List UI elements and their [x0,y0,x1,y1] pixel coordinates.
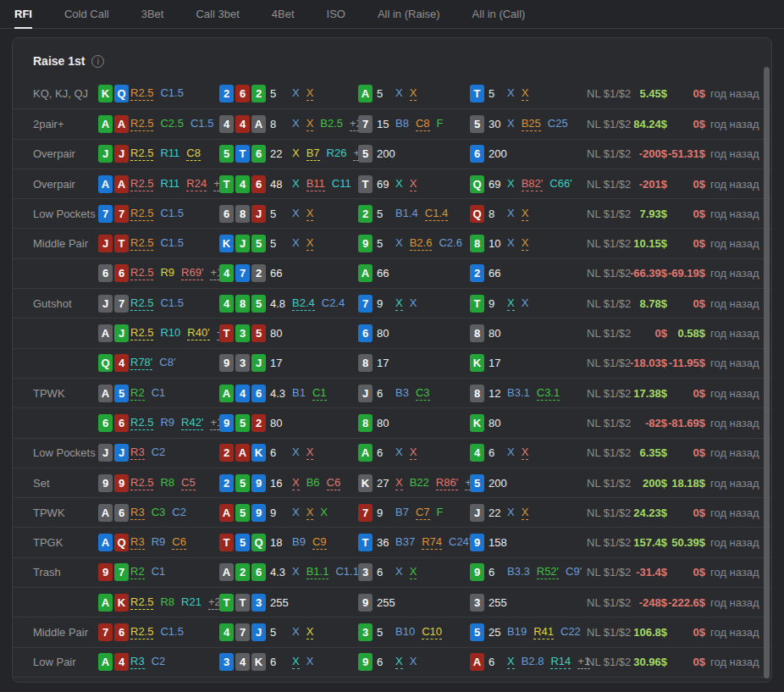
result-primary: 7.93$ [639,208,667,220]
hand-row[interactable]: 66R2.5R9R42'+195280880K80NL $1/$2-82$-81… [13,407,771,437]
card: 2 [251,414,266,432]
hand-label: Overpair [33,147,98,160]
card: 7 [114,295,129,313]
flop-cards: 93J [219,354,270,372]
river-pot: 5 [489,87,507,100]
river-pot: 17 [489,357,507,369]
turn-actions: XB22R86'+1 [395,476,470,490]
hand-row[interactable]: 66R2.5R9R69'+147266A66266NL $1/$2-66.39$… [13,258,771,288]
action: X [395,86,403,99]
preflop-actions: R2.5R9R42'+1 [130,416,219,430]
tab-cold-call[interactable]: Cold Call [64,0,109,28]
hand-row[interactable]: Middle PairJTR2.5C1.5KJ55XX95XB2.6C2.681… [13,228,771,257]
hand-row[interactable]: TPWKA5R2C1A464.3B1C1J6B3C3812B3.1C3.1NL … [13,378,771,407]
action: B2.5 [320,117,343,130]
card: A [114,175,129,193]
hand-row[interactable]: OverpairAAR2.5R11R24+1T4648XB11C11T69XXQ… [13,169,771,198]
turn-card: K [358,474,377,492]
card: J [251,205,266,223]
preflop-actions: R2.5C1.5 [130,296,219,311]
river-card: T [470,295,489,313]
card: T [235,145,250,163]
card: K [98,85,113,102]
turn-pot: 255 [377,596,395,609]
hand-row[interactable]: Low PairA4R3C234K6XX96XXA6XB2.8R14+1NL $… [13,647,771,677]
hand-row[interactable]: AKR2.5R8R21+2TT325592553255NL $1/$2-248$… [13,587,771,617]
result-primary: 10.15$ [633,237,667,250]
card: 6 [251,175,266,193]
result-primary: 8.78$ [639,297,667,310]
flop-actions: XX [292,207,358,221]
result-primary: 6.35$ [639,446,667,459]
hand-row[interactable]: OverpairJJR2.5R11C85T622XB7R26+252006200… [13,139,771,169]
action: R2.5 [130,177,153,191]
hand-row[interactable]: Low Pockets77R2.5C1.568J5XX25B1.4C1.4Q8X… [13,198,771,228]
hand-row[interactable]: TPWKA6R3C3C2A599XXX79B7C7FJ22XXNL $1/$22… [13,497,771,527]
hand-row[interactable] [13,677,771,683]
hand-row[interactable]: Set99R2.5R8C525916XB6C6K27XB22R86'+15200… [13,468,771,497]
hand-row[interactable]: Low PocketsJJR3C22AK6XXA6XX46XXNL $1/$26… [13,438,771,468]
card: Q [470,175,484,193]
result-primary: 17.38$ [633,387,667,400]
action: B22 [410,476,429,489]
flop-cards: 485 [219,295,270,313]
flop-pot: 4.3 [270,387,292,400]
card: 5 [114,385,129,402]
hand-label: TPGK [33,536,98,549]
tab-rfi[interactable]: RFI [14,0,32,28]
hand-row[interactable]: GutshotJ7R2.5C1.54854.8B2.4C2.479XXT9XXN… [13,288,771,318]
action: R2.5 [130,147,153,161]
preflop-actions: R3C3C2 [130,506,219,520]
result-primary: -31.4$ [636,566,667,579]
card: A [98,594,113,612]
card: 4 [219,623,234,641]
scrollbar-thumb[interactable] [764,67,770,678]
card: 6 [98,264,113,282]
info-icon[interactable]: i [91,55,104,68]
flop-actions: XXX [292,506,358,520]
tab-4bet[interactable]: 4Bet [272,0,295,28]
result-primary: 5.45$ [639,87,667,100]
turn-pot: 66 [377,267,395,280]
result-primary: -200$ [639,147,667,160]
result-secondary: 0$ [693,387,705,400]
action: X [306,506,314,520]
tab-3bet[interactable]: 3Bet [141,0,164,28]
action: B8 [395,117,409,130]
flop-cards: 68J [219,205,270,223]
card: 2 [219,444,234,462]
action: X [306,236,314,251]
action: X [395,446,403,458]
tab-all-in-raise[interactable]: All in (Raise) [378,0,440,28]
action: B2.6 [410,236,433,251]
card: 9 [470,563,484,581]
hand-row[interactable]: TPGKAQR3R9C6T5Q18B9C9T36B37R74C24'9158NL… [13,527,771,556]
hand-row[interactable]: KQ, KJ, QJKQR2.5C1.52625XXA5XXT5XXNL $1/… [13,79,771,108]
turn-actions: XX [395,655,470,669]
action: C1.5 [160,296,183,309]
turn-actions: XX [395,86,470,101]
hand-row[interactable]: Trash97R2C1A264.3XB1.1C1.136XX96B3.3R52'… [13,557,771,587]
action: B19 [507,625,527,638]
result-secondary: 0$ [693,446,705,459]
card: 9 [251,504,266,522]
hand-row[interactable]: Middle Pair76R2.5C1.547J5XX35B10C10525B1… [13,617,771,646]
hand-row[interactable]: Q4R78'C8'93J17817K17NL $1/$2-18.03$-11.9… [13,348,771,378]
action: X [507,86,515,99]
action: C7 [416,506,430,520]
card: 5 [235,534,250,551]
flop-pot: 5 [270,87,292,100]
tab-all-in-call[interactable]: All in (Call) [472,0,526,28]
result-primary: -201$ [639,178,667,191]
stakes: NL $1/$2 [587,477,629,490]
time-ago: год назад [705,566,759,579]
time-ago: год назад [705,87,759,100]
action: R2.5 [130,86,153,101]
preflop-actions: R3C2 [130,446,219,460]
hand-row[interactable]: 2pair+AAR2.5C2.5C1.544A8XXB2.5+2715B8C8F… [13,108,771,138]
tab-call-3bet[interactable]: Call 3bet [196,0,239,28]
hand-row[interactable]: AJR2.5R10R40'+1T3580680880NL $1/$20$0.58… [13,318,771,347]
tab-iso[interactable]: ISO [327,0,345,28]
flop-cards: A59 [219,504,270,522]
card: 6 [219,205,234,223]
